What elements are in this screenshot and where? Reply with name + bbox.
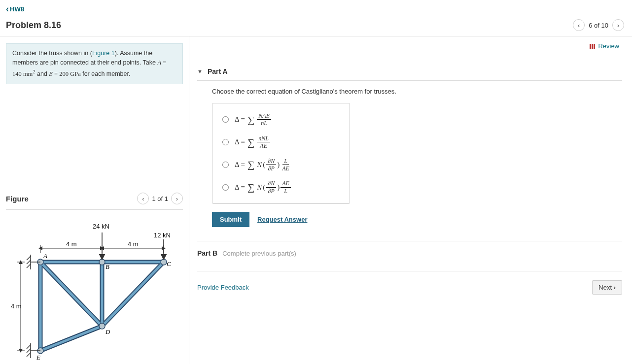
unit-mm2: mm2 [23,70,35,77]
submit-button[interactable]: Submit [212,212,249,227]
intro-pre: Consider the truss shown in ( [12,50,92,57]
figure-link[interactable]: Figure 1 [92,50,115,57]
next-label: Next [598,284,612,291]
partB-hint: Complete previous part(s) [222,250,296,257]
choice-1[interactable]: Δ = ∑ NAEnL [218,108,344,131]
footer-row: Provide Feedback Next › [197,271,622,295]
page-counter: 6 of 10 [589,22,608,29]
request-answer-link[interactable]: Request Answer [257,216,307,223]
intro-box: Consider the truss shown in (Figure 1). … [6,43,183,84]
review-label: Review [598,42,619,50]
force-24kN-label: 24 kN [93,223,109,230]
back-link[interactable]: HW8 [0,0,24,16]
node-D-label: D [105,328,110,335]
choice-3-eq: Δ = ∑ N( ∂N∂P ) LAE [235,158,291,172]
svg-point-15 [99,323,105,329]
span-left-label: 4 m [66,240,77,248]
partB-row: Part B Complete previous part(s) [197,241,622,257]
figure-nav: ‹ 1 of 1 › [137,193,183,204]
partA-header[interactable]: ▼ Part A [197,65,622,81]
svg-point-13 [99,259,105,265]
caret-down-icon: ▼ [197,68,203,74]
choice-2-eq: Δ = ∑ nNLAE [235,135,270,150]
next-button[interactable]: Next › [592,280,622,295]
force-12kN-label: 12 kN [154,232,171,239]
var-E: E [49,70,53,77]
partB-label: Part B [197,249,217,257]
choice-3[interactable]: Δ = ∑ N( ∂N∂P ) LAE [218,154,344,176]
figure-header: Figure ‹ 1 of 1 › [6,193,183,210]
svg-line-23 [27,345,31,349]
choice-box: Δ = ∑ NAEnL Δ = ∑ nNLAE Δ = ∑ N( ∂N∂P ) [212,103,350,204]
choice-1-radio[interactable] [222,116,229,123]
choice-4[interactable]: Δ = ∑ N( ∂N∂P ) AEL [218,176,344,199]
figure-prev-button[interactable]: ‹ [137,193,149,204]
unit-GPa: GPa [70,70,81,77]
svg-line-24 [27,349,31,353]
svg-line-20 [27,264,31,268]
problem-title: Problem 8.16 [6,20,61,31]
node-C-label: C [167,260,171,267]
choice-2[interactable]: Δ = ∑ nNLAE [218,131,344,154]
choice-1-eq: Δ = ∑ NAEnL [235,112,271,127]
partA-actions: Submit Request Answer [212,212,622,227]
right-column: Review ▼ Part A Choose the correct equat… [189,36,632,364]
svg-line-7 [40,262,102,326]
var-A: A [157,59,161,66]
node-A-label: A [43,252,47,260]
intro-tail: for each member. [81,70,131,77]
E-val: = 200 [53,70,70,77]
review-icon [590,44,596,49]
left-column: Consider the truss shown in (Figure 1). … [0,36,189,364]
next-problem-button[interactable]: › [612,19,624,31]
partA-label: Part A [208,67,228,75]
provide-feedback-link[interactable]: Provide Feedback [197,284,249,291]
svg-line-10 [40,326,102,351]
truss-figure: 24 kN 12 kN 4 m 4 m 4 m A B C D E [6,218,183,362]
figure-next-button[interactable]: › [171,193,183,204]
choice-3-radio[interactable] [222,162,229,168]
svg-line-9 [102,262,164,326]
choice-2-radio[interactable] [222,139,229,145]
svg-line-18 [27,256,31,260]
height-label: 4 m [11,302,22,310]
svg-point-14 [161,259,167,265]
svg-line-25 [27,353,31,357]
choice-4-eq: Δ = ∑ N( ∂N∂P ) AEL [235,180,291,195]
figure-heading: Figure [6,195,29,203]
node-B-label: B [105,263,109,270]
choice-4-radio[interactable] [222,184,229,191]
title-row: Problem 8.16 ‹ 6 of 10 › [0,16,632,36]
intro-and: and [35,70,49,77]
svg-line-19 [27,260,31,264]
review-link[interactable]: Review [590,42,619,50]
node-E-label: E [36,354,40,361]
span-right-label: 4 m [128,240,139,248]
prev-problem-button[interactable]: ‹ [573,19,585,31]
figure-counter: 1 of 1 [152,195,168,202]
page-nav: ‹ 6 of 10 › [573,19,624,31]
partA-question: Choose the correct equation of Castiglia… [212,88,622,95]
